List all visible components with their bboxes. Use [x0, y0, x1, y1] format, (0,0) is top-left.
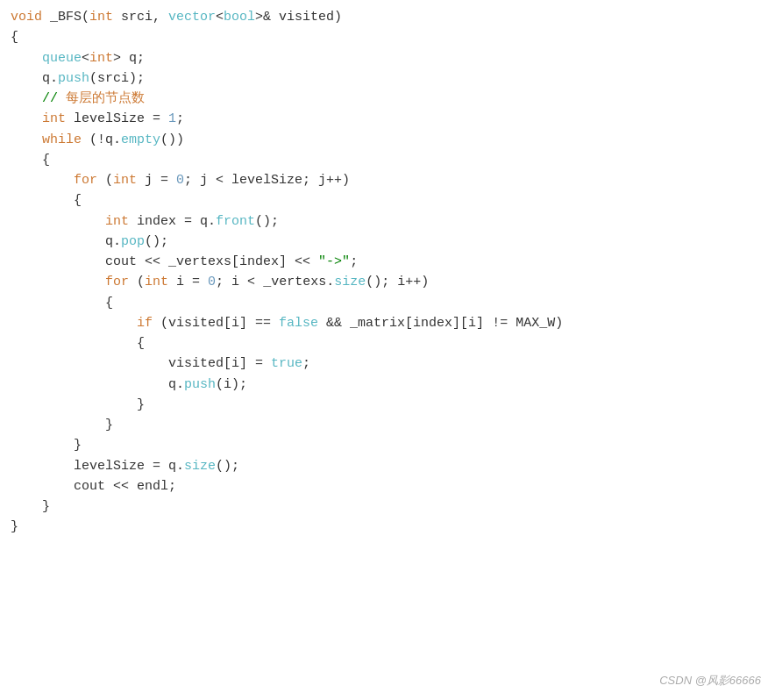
token-kw: void — [11, 7, 42, 27]
token-fn: pop — [121, 232, 145, 252]
token-kw: if — [137, 313, 153, 333]
token-id: _vertexs. — [263, 272, 334, 292]
code-line: q.push(srci); — [0, 68, 775, 89]
token-id: (! — [82, 130, 105, 150]
token-num: 1 — [168, 109, 176, 129]
token-id: ; i < — [216, 272, 263, 292]
code-line: while (!q.empty()) — [0, 130, 775, 150]
token-id: ; j < levelSize; j++) — [184, 170, 350, 190]
token-bool-val: false — [279, 313, 318, 333]
token-id: < — [216, 7, 224, 27]
token-kw: int — [89, 48, 113, 68]
token-id: { — [42, 150, 50, 170]
token-id: (srci); — [89, 68, 145, 89]
token-num: 0 — [208, 272, 216, 292]
token-type: queue — [42, 48, 82, 68]
token-id: (); i++) — [366, 272, 429, 292]
token-cmt: // — [42, 89, 66, 109]
token-fn: push — [184, 375, 216, 395]
token-id: { — [74, 190, 82, 211]
token-id: } — [11, 517, 18, 537]
token-kw: while — [42, 130, 82, 150]
code-line: { — [0, 333, 775, 354]
code-line: } — [0, 496, 775, 517]
code-line: // 每层的节点数 — [0, 89, 775, 109]
code-line: { — [0, 150, 775, 170]
code-line: int index = q.front(); — [0, 211, 775, 232]
token-id: (); — [255, 211, 279, 232]
token-id: ( — [97, 170, 113, 190]
token-id: { — [137, 333, 145, 354]
code-line: { — [0, 190, 775, 211]
code-line: } — [0, 517, 775, 537]
token-id: q. — [200, 211, 216, 232]
code-line: } — [0, 435, 775, 455]
token-id: && _matrix[index][i] != MAX_W) — [318, 313, 563, 333]
token-id: levelSize = — [74, 456, 168, 476]
token-id: ; — [350, 252, 358, 272]
code-block: void _BFS(int srci, vector<bool>& visite… — [0, 7, 775, 538]
token-id: << endl; — [105, 476, 176, 496]
code-line: cout << _vertexs[index] << "->"; — [0, 252, 775, 272]
code-line: { — [0, 293, 775, 313]
token-id: < — [82, 48, 89, 68]
token-id: { — [11, 27, 18, 47]
code-line: if (visited[i] == false && _matrix[index… — [0, 313, 775, 333]
code-line: for (int i = 0; i < _vertexs.size(); i++… — [0, 272, 775, 292]
code-line: q.pop(); — [0, 232, 775, 252]
token-id: { — [105, 293, 113, 313]
token-kw: for — [105, 272, 129, 292]
token-id: j = — [137, 170, 176, 190]
token-id: ; — [302, 354, 310, 374]
token-id: cout — [74, 476, 105, 496]
code-line: q.push(i); — [0, 375, 775, 395]
token-id: q. — [42, 68, 58, 89]
watermark: CSDN @风影66666 — [659, 672, 761, 689]
token-id: } — [105, 415, 113, 435]
token-id: _vertexs — [168, 252, 231, 272]
code-line: levelSize = q.size(); — [0, 456, 775, 476]
token-id: > q; — [113, 48, 145, 68]
token-str: "->" — [318, 252, 350, 272]
token-kw: int — [42, 109, 66, 129]
code-line: cout << endl; — [0, 476, 775, 496]
token-id: } — [42, 496, 50, 517]
token-kw: int — [113, 170, 137, 190]
token-id: index = — [129, 211, 200, 232]
token-id: } — [74, 435, 82, 455]
code-line: int levelSize = 1; — [0, 109, 775, 129]
token-fn: push — [58, 68, 89, 89]
token-id: _BFS( — [42, 7, 89, 27]
code-container: void _BFS(int srci, vector<bool>& visite… — [0, 0, 775, 700]
code-line: queue<int> q; — [0, 48, 775, 68]
code-line: void _BFS(int srci, vector<bool>& visite… — [0, 7, 775, 27]
token-id: [index] << — [231, 252, 318, 272]
token-kw: int — [105, 211, 129, 232]
token-id: i = — [168, 272, 208, 292]
token-id: cout — [105, 252, 137, 272]
code-line: visited[i] = true; — [0, 354, 775, 374]
token-fn: size — [334, 272, 366, 292]
token-id: q. — [168, 456, 184, 476]
token-num: 0 — [176, 170, 184, 190]
token-fn: empty — [121, 130, 160, 150]
token-id: (visited[i] == — [153, 313, 279, 333]
code-line: } — [0, 395, 775, 415]
token-id: >& visited) — [255, 7, 342, 27]
token-id: ( — [129, 272, 145, 292]
token-kw: int — [145, 272, 168, 292]
token-id: q. — [168, 375, 184, 395]
token-id: srci, — [113, 7, 168, 27]
token-id: (); — [145, 232, 168, 252]
token-kw: for — [74, 170, 97, 190]
token-id: (); — [216, 456, 239, 476]
token-id: levelSize = — [66, 109, 168, 129]
token-cmt-chinese: 每层的节点数 — [66, 89, 145, 109]
token-bool-val: true — [271, 354, 302, 374]
code-line: { — [0, 27, 775, 47]
token-id: ; — [176, 109, 184, 129]
token-id: q. — [105, 232, 121, 252]
token-id: visited[i] = — [168, 354, 271, 374]
token-fn: size — [184, 456, 216, 476]
token-type: vector — [168, 7, 216, 27]
